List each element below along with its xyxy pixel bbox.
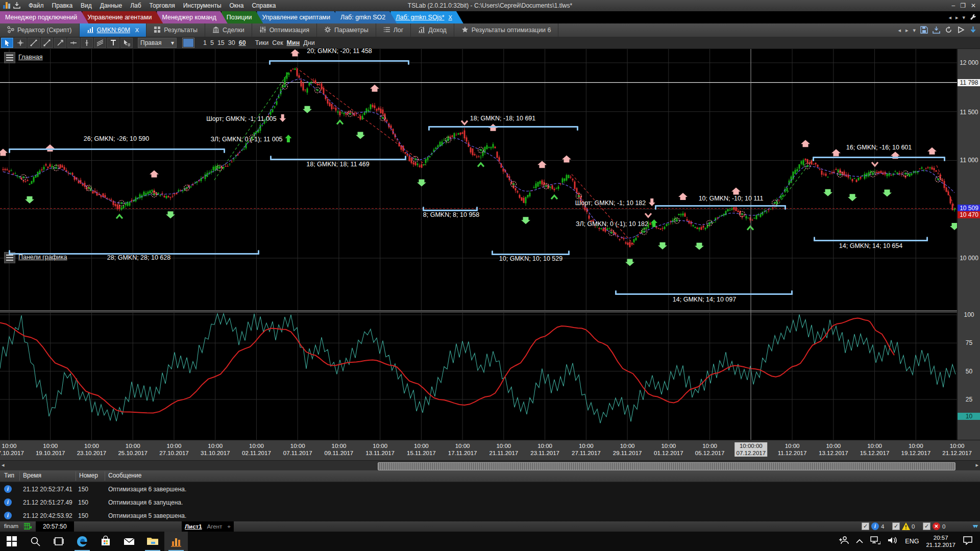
scrollbar-thumb[interactable] xyxy=(378,462,955,470)
doc-tab-star[interactable]: Результаты оптимизации 6 xyxy=(454,23,559,37)
workspace-tab[interactable]: Менеджер команд xyxy=(157,11,227,23)
workspace-tab[interactable]: Управление скриптами xyxy=(257,11,341,23)
date-tick[interactable]: 10:0015.11.2017 xyxy=(407,442,436,457)
scroll-left-icon[interactable]: ◂ xyxy=(2,462,5,468)
date-tick[interactable]: 10:0023.10.2017 xyxy=(77,442,107,457)
tool-trendline-icon[interactable] xyxy=(28,38,40,48)
doc-tab-grid[interactable]: Результаты xyxy=(146,23,205,37)
menu-Лаб[interactable]: Лаб xyxy=(126,1,145,10)
menu-Инструменты[interactable]: Инструменты xyxy=(179,1,226,10)
taskbar-taskview-icon[interactable] xyxy=(47,532,70,551)
taskbar-tslab-icon[interactable] xyxy=(164,532,188,551)
log-row[interactable]: i21.12 20:52:37.41150Оптимизация 6 завер… xyxy=(0,483,980,496)
date-tick[interactable]: 10:0017.10.2017 xyxy=(0,442,24,457)
main-panel-menu-button[interactable] xyxy=(4,52,15,63)
stop-download-icon[interactable] xyxy=(969,26,977,35)
tool-ray-icon[interactable] xyxy=(54,38,66,48)
menu-Файл[interactable]: Файл xyxy=(24,1,48,10)
menu-Окна[interactable]: Окна xyxy=(226,1,248,10)
date-tick[interactable]: 10:0013.11.2017 xyxy=(365,442,395,457)
date-axis[interactable]: 10:0017.10.201710:0019.10.201710:0023.10… xyxy=(0,440,980,461)
taskbar-start-icon[interactable] xyxy=(0,532,23,551)
horizontal-scrollbar[interactable]: ◂ ▸ xyxy=(0,460,980,470)
taskbar-store-icon[interactable] xyxy=(94,532,117,551)
date-tick[interactable]: 10:0019.10.2017 xyxy=(36,442,65,457)
tab-close-icon[interactable]: X xyxy=(135,27,139,33)
date-tick[interactable]: 10:0021.11.2017 xyxy=(489,442,519,457)
tool-pointer-icon[interactable] xyxy=(1,38,13,48)
date-tick[interactable]: 10:0031.10.2017 xyxy=(201,442,230,457)
log-row[interactable]: i21.12 20:51:27.49150Оптимизация 6 запущ… xyxy=(0,496,980,509)
date-tick[interactable]: 10:0019.12.2017 xyxy=(901,442,930,457)
doc-list-dropdown-icon[interactable]: ▾ xyxy=(913,27,916,34)
log-col-msg[interactable]: Сообщение xyxy=(108,472,141,479)
main-chart-canvas[interactable] xyxy=(0,49,957,440)
tool-channel-icon[interactable] xyxy=(94,38,106,48)
timeframe-30[interactable]: 30 xyxy=(228,39,235,46)
date-tick[interactable]: 10:0001.12.2017 xyxy=(654,442,683,457)
timeframe-15[interactable]: 15 xyxy=(217,39,225,46)
tab-list-dropdown-icon[interactable]: ▾ xyxy=(962,14,965,21)
tool-horizontal-line-icon[interactable] xyxy=(67,38,80,48)
counter-checkbox[interactable]: ✓ xyxy=(892,522,900,530)
workspace-tab[interactable]: Менеджер подключений xyxy=(0,11,88,23)
sheet-tab-Агент[interactable]: Агент xyxy=(207,523,223,530)
doc-scroll-left-icon[interactable]: ◂ xyxy=(898,27,901,34)
taskbar-explorer-icon[interactable] xyxy=(141,532,164,551)
doc-scroll-right-icon[interactable]: ▸ xyxy=(905,27,909,34)
doc-tab-sliders[interactable]: Оптимизация xyxy=(252,23,317,37)
tool-crosshair-icon[interactable] xyxy=(14,38,27,48)
menu-Справка[interactable]: Справка xyxy=(248,1,280,10)
workspace-tab[interactable]: Лаб: gmkn SOjs*X xyxy=(390,11,463,23)
taskbar-search-icon[interactable] xyxy=(23,532,47,551)
sheet-tab-+[interactable]: + xyxy=(227,523,231,530)
unit-Сек[interactable]: Сек xyxy=(272,39,283,46)
doc-tab-editor[interactable]: Редактор (Скрипт) xyxy=(0,23,80,37)
date-tick[interactable]: 10:0017.11.2017 xyxy=(448,442,477,457)
tab-close-icon[interactable]: X xyxy=(449,14,452,20)
date-tick[interactable]: 10:0015.12.2017 xyxy=(860,442,890,457)
date-tick[interactable]: 10:0021.12.2017 xyxy=(942,442,972,457)
menu-Вид[interactable]: Вид xyxy=(77,1,96,10)
date-tick[interactable]: 10:0027.10.2017 xyxy=(159,442,189,457)
maximize-button[interactable]: ❐ xyxy=(960,2,966,9)
workspace-tab[interactable]: Позиции xyxy=(222,11,263,23)
tool-segment-icon[interactable] xyxy=(41,38,53,48)
menu-Торговля[interactable]: Торговля xyxy=(145,1,179,10)
tool-text-icon[interactable] xyxy=(107,38,119,48)
unit-Дни[interactable]: Дни xyxy=(303,39,314,46)
doc-tab-bank[interactable]: Сделки xyxy=(205,23,252,37)
action-center-icon[interactable] xyxy=(963,536,973,547)
network-icon[interactable] xyxy=(870,536,880,546)
date-tick[interactable]: 10:0023.11.2017 xyxy=(530,442,559,457)
tool-vertical-line-icon[interactable] xyxy=(81,38,93,48)
workspace-tab[interactable]: Лаб: gmkn SO2 xyxy=(335,11,397,23)
line-color-swatch[interactable] xyxy=(183,38,194,47)
workspace-tab[interactable]: Управление агентами xyxy=(82,11,163,23)
date-tick[interactable]: 10:0029.11.2017 xyxy=(613,442,642,457)
export-tray-icon[interactable] xyxy=(13,2,20,10)
side-dropdown[interactable]: Правая▾ xyxy=(138,38,177,48)
language-indicator[interactable]: ENG xyxy=(905,538,919,545)
doc-tab-gear[interactable]: Параметры xyxy=(317,23,376,37)
unit-Тики[interactable]: Тики xyxy=(255,39,269,46)
expand-log-chevrons-icon[interactable]: ▾▾ xyxy=(973,522,977,530)
date-tick[interactable]: 10:0027.11.2017 xyxy=(572,442,601,457)
date-tick[interactable]: 10:0002.11.2017 xyxy=(242,442,271,457)
main-panel-label[interactable]: Главная xyxy=(18,54,43,61)
tools-wrench-icon[interactable] xyxy=(969,13,977,22)
run-icon[interactable] xyxy=(957,26,965,35)
menu-Данные[interactable]: Данные xyxy=(96,1,126,10)
date-tick[interactable]: 10:0025.10.2017 xyxy=(118,442,148,457)
log-row[interactable]: i21.12 20:42:53.92150Оптимизация 5 завер… xyxy=(0,509,980,522)
taskbar-edge-icon[interactable] xyxy=(70,532,94,551)
doc-tab-list[interactable]: Лог xyxy=(376,23,411,37)
timeframe-5[interactable]: 5 xyxy=(210,39,214,46)
timeframe-60[interactable]: 60 xyxy=(239,39,246,46)
tab-scroll-left-icon[interactable]: ◂ xyxy=(948,14,951,21)
taskbar-mail-icon[interactable] xyxy=(117,532,141,551)
date-tick[interactable]: 10:0011.12.2017 xyxy=(778,442,807,457)
tray-chevron-up-icon[interactable] xyxy=(856,537,863,546)
price-axis[interactable]: 12 00011 50011 00010 00011 79810 50910 4… xyxy=(957,49,980,440)
close-button[interactable]: ✕ xyxy=(971,2,976,9)
